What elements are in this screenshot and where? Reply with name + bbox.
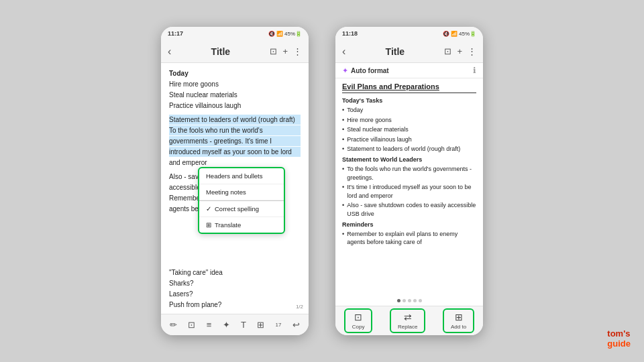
dot-5	[419, 299, 422, 302]
statement-heading: Statement to leaders of world (rough dra…	[169, 115, 301, 125]
right-time: 11:18	[342, 30, 358, 37]
left-nav-icons: ⊡ + ⋮	[270, 46, 302, 56]
add-to-icon: ⊞	[455, 312, 463, 322]
left-status-icons: 🔇 📶 45%🔋	[268, 31, 302, 37]
reminders-label: Reminders	[342, 221, 476, 228]
document-title: Evil Plans and Preparations	[342, 82, 476, 93]
ai-icon[interactable]: ✦	[223, 320, 230, 330]
right-nav-bar: ‹ Title ⊡ + ⋮	[335, 40, 483, 63]
task-statement: • Statement to leaders of world (rough d…	[342, 145, 476, 154]
push-line: Push from plane?	[169, 300, 301, 310]
dot-3	[408, 299, 411, 302]
bullet-icon: •	[342, 116, 344, 125]
page-counter: 1/2	[296, 304, 303, 310]
right-book-icon[interactable]: ⊡	[444, 46, 451, 56]
add-icon[interactable]: +	[282, 46, 288, 56]
dot-2	[402, 299, 406, 302]
text-icon[interactable]: T	[241, 320, 246, 330]
emperor-line: and emperor	[169, 158, 301, 168]
left-back-button[interactable]: ‹	[168, 46, 171, 58]
right-more-icon[interactable]: ⋮	[468, 46, 476, 56]
replace-button[interactable]: ⇄ Replace	[390, 308, 425, 333]
pencil-icon[interactable]: ✏	[170, 320, 177, 330]
bullet-icon: •	[342, 230, 344, 239]
action-bar: ⊡ Copy ⇄ Replace ⊞ Add to	[335, 306, 483, 335]
headers-bullets-item[interactable]: Headers and bullets	[199, 168, 284, 184]
right-phone: 11:18 🔇 📶 45%🔋 ‹ Title ⊡ + ⋮ ✦ Auto form…	[335, 27, 483, 335]
introduced-line: introduced myself as your soon to be lor…	[169, 147, 301, 157]
left-nav-title: Title	[211, 46, 231, 57]
bullet-icon: •	[342, 183, 344, 192]
leader-item-1: • To the fools who run the world's gover…	[342, 165, 476, 182]
toms-guide-watermark: tom'sguide	[607, 328, 631, 349]
copy-icon: ⊡	[354, 312, 362, 322]
spellcheck-icon: ✓	[206, 205, 211, 213]
leader-item-2: • It's time I introduced myself as your …	[342, 183, 476, 200]
translate-label: Translate	[215, 221, 241, 229]
right-back-button[interactable]: ‹	[342, 46, 345, 58]
practice-laugh: Practice villainous laugh	[169, 101, 301, 111]
today-label: Today	[169, 68, 301, 78]
left-toolbar: ✏ ⊡ ≡ ✦ T ⊞ 17 ↩	[161, 314, 309, 335]
left-time: 11:17	[168, 30, 183, 37]
reminder-item-1: • Remember to explain evil plans to enem…	[342, 230, 476, 247]
hire-goons: Hire more goons	[169, 79, 301, 89]
today-section: Today Hire more goons Steal nuclear mate…	[169, 68, 301, 111]
book-icon[interactable]: ⊡	[270, 46, 277, 56]
right-status-icons: 🔇 📶 45%🔋	[443, 31, 476, 37]
bullet-icon: •	[342, 201, 344, 210]
right-nav-title: Title	[386, 46, 405, 57]
task-today: • Today	[342, 106, 476, 115]
todays-tasks-label: Today's Tasks	[342, 97, 476, 104]
world-leaders-label: Statement to World Leaders	[342, 156, 476, 163]
formatted-content: Evil Plans and Preparations Today's Task…	[335, 78, 483, 295]
meeting-notes-label: Meeting notes	[206, 188, 246, 196]
headers-bullets-label: Headers and bullets	[206, 172, 263, 180]
more-icon[interactable]: ⋮	[293, 46, 302, 56]
autoformat-bar: ✦ Auto format ℹ	[335, 63, 483, 78]
autoformat-label: Auto format	[351, 67, 389, 74]
autoformat-left: ✦ Auto format	[342, 66, 389, 75]
statement-section: Statement to leaders of world (rough dra…	[169, 115, 301, 168]
replace-icon: ⇄	[404, 312, 412, 322]
replace-label: Replace	[398, 324, 417, 330]
meeting-notes-item[interactable]: Meeting notes	[199, 184, 284, 200]
lasers-line: Lasers?	[169, 289, 301, 299]
right-nav-icons: ⊡ + ⋮	[444, 46, 476, 56]
right-status-bar: 11:18 🔇 📶 45%🔋	[335, 27, 483, 40]
fools-line: To the fools who run the world's	[169, 125, 301, 135]
undo-icon[interactable]: ↩	[292, 320, 300, 330]
add-to-label: Add to	[451, 324, 466, 330]
taking-care-section: "Taking care" idea Sharks? Lasers? Push …	[169, 267, 301, 310]
translate-item[interactable]: ⊞ Translate	[199, 217, 284, 233]
checkbox-icon[interactable]: ⊡	[188, 320, 195, 330]
add-to-button[interactable]: ⊞ Add to	[443, 308, 474, 333]
bullet-icon: •	[342, 145, 344, 154]
bullet-icon: •	[342, 106, 344, 115]
pagination-bar	[335, 295, 483, 306]
task-hire-goons: • Hire more goons	[342, 116, 476, 125]
correct-spelling-item[interactable]: ✓ Correct spelling	[199, 200, 284, 217]
bullet-icon: •	[342, 135, 344, 144]
number-badge: 17	[276, 322, 282, 328]
autoformat-icon: ✦	[342, 66, 348, 75]
bullet-icon: •	[342, 165, 344, 174]
context-menu: Headers and bullets Meeting notes ✓ Corr…	[198, 167, 285, 234]
right-add-icon[interactable]: +	[457, 46, 462, 56]
list-icon[interactable]: ≡	[207, 320, 212, 330]
leader-item-3: • Also - save shutdown codes to easily a…	[342, 201, 476, 218]
steal-nuclear: Steal nuclear materials	[169, 90, 301, 100]
dot-1	[397, 299, 400, 302]
left-content: Today Hire more goons Steal nuclear mate…	[161, 63, 309, 314]
copy-label: Copy	[352, 324, 365, 330]
govts-line: governments - greetings. It's time I	[169, 136, 301, 146]
copy-button[interactable]: ⊡ Copy	[344, 308, 373, 333]
taking-care-line: "Taking care" idea	[169, 267, 301, 278]
left-phone: 11:17 🔇 📶 45%🔋 ‹ Title ⊡ + ⋮ Today Hire …	[161, 27, 309, 335]
info-icon[interactable]: ℹ	[473, 66, 476, 75]
grid-icon[interactable]: ⊞	[257, 320, 264, 330]
left-status-bar: 11:17 🔇 📶 45%🔋	[161, 27, 309, 40]
dot-4	[413, 299, 417, 302]
bullet-icon: •	[342, 125, 344, 134]
translate-icon: ⊞	[206, 221, 211, 229]
